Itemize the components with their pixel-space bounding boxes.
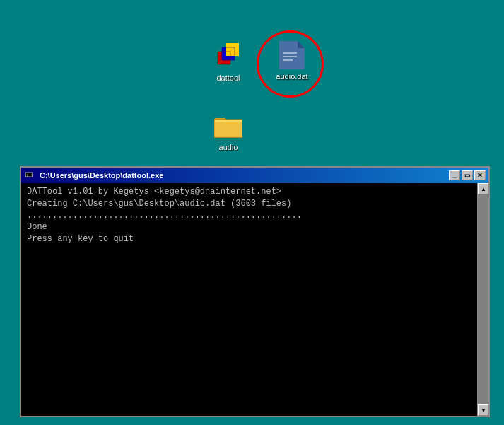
cmd-titlebar-icon: C:\: [24, 170, 35, 181]
svg-rect-16: [215, 120, 242, 122]
cmd-scrollbar[interactable]: ▲ ▼: [477, 183, 488, 416]
minimize-button[interactable]: _: [449, 170, 460, 180]
svg-marker-9: [298, 41, 305, 48]
restore-button[interactable]: ▭: [462, 170, 473, 180]
scrollbar-up-button[interactable]: ▲: [478, 183, 488, 194]
audio-folder-icon: [214, 112, 242, 140]
svg-text:C:\: C:\: [27, 173, 33, 177]
cmd-line-7: Press any key to quit: [27, 233, 471, 245]
audio-folder-label: audio: [219, 143, 238, 151]
cmd-line-1: DATTool v1.01 by Kegetys <kegetys@dnaint…: [27, 186, 471, 198]
cmd-titlebar: C:\ C:\Users\gus\Desktop\dattool.exe _ ▭…: [21, 168, 488, 183]
scrollbar-down-button[interactable]: ▼: [478, 404, 488, 416]
svg-rect-10: [283, 52, 297, 54]
dattool-icon: [214, 42, 242, 71]
desktop-icon-audio[interactable]: audio: [204, 112, 253, 151]
cmd-window: C:\ C:\Users\gus\Desktop\dattool.exe _ ▭…: [20, 166, 490, 417]
svg-rect-12: [283, 59, 293, 61]
cmd-line-5: Done: [27, 221, 471, 233]
audiodat-label: audio.dat: [276, 72, 307, 81]
scrollbar-track: [478, 194, 488, 404]
cmd-line-3: Creating C:\Users\gus\Desktop\audio.dat …: [27, 198, 471, 210]
cmd-body: DATTool v1.01 by Kegetys <kegetys@dnaint…: [21, 183, 488, 416]
desktop-icon-audiodat[interactable]: audio.dat: [267, 41, 317, 81]
cmd-content: DATTool v1.01 by Kegetys <kegetys@dnaint…: [21, 183, 477, 416]
cmd-titlebar-buttons: _ ▭ ✕: [449, 170, 486, 180]
dattool-label: dattool: [216, 74, 240, 82]
audiodat-icon: [278, 41, 306, 69]
desktop-icon-dattool[interactable]: dattool: [204, 42, 253, 82]
cmd-line-4: ........................................…: [27, 210, 471, 222]
svg-rect-14: [214, 120, 242, 137]
svg-line-5: [218, 47, 222, 52]
svg-rect-11: [283, 56, 297, 57]
cmd-title-text: C:\Users\gus\Desktop\dattool.exe: [40, 171, 449, 180]
desktop: dattool audio.dat: [0, 0, 504, 425]
close-button[interactable]: ✕: [474, 170, 486, 180]
